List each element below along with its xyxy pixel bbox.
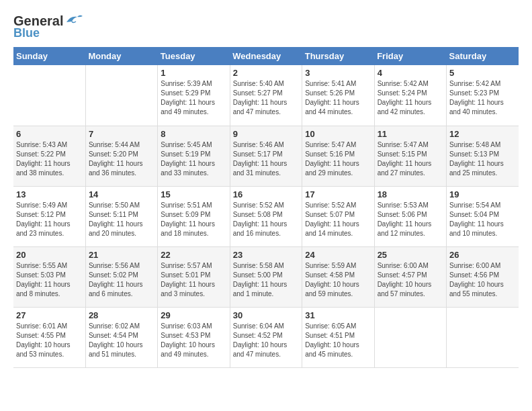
day-number: 13 bbox=[16, 189, 83, 199]
day-info: Sunrise: 6:04 AM Sunset: 4:52 PM Dayligh… bbox=[233, 322, 299, 359]
day-number: 7 bbox=[89, 129, 154, 139]
day-number: 5 bbox=[449, 68, 516, 78]
day-number: 24 bbox=[305, 250, 371, 260]
calendar-day: 7Sunrise: 5:44 AM Sunset: 5:20 PM Daylig… bbox=[85, 126, 157, 186]
day-info: Sunrise: 5:48 AM Sunset: 5:13 PM Dayligh… bbox=[449, 140, 516, 178]
day-info: Sunrise: 5:52 AM Sunset: 5:08 PM Dayligh… bbox=[233, 201, 299, 238]
calendar-day: 2Sunrise: 5:40 AM Sunset: 5:27 PM Daylig… bbox=[230, 65, 302, 126]
calendar-day: 18Sunrise: 5:53 AM Sunset: 5:06 PM Dayli… bbox=[374, 186, 446, 246]
day-number: 27 bbox=[16, 310, 83, 320]
calendar-day: 3Sunrise: 5:41 AM Sunset: 5:26 PM Daylig… bbox=[302, 65, 374, 126]
calendar-day: 17Sunrise: 5:52 AM Sunset: 5:07 PM Dayli… bbox=[302, 186, 374, 246]
day-info: Sunrise: 5:43 AM Sunset: 5:22 PM Dayligh… bbox=[16, 140, 83, 178]
day-number: 22 bbox=[161, 250, 226, 260]
column-header-friday: Friday bbox=[374, 47, 446, 65]
day-info: Sunrise: 5:53 AM Sunset: 5:06 PM Dayligh… bbox=[378, 201, 443, 238]
day-number: 25 bbox=[378, 250, 443, 260]
week-row: 20Sunrise: 5:55 AM Sunset: 5:03 PM Dayli… bbox=[13, 246, 519, 307]
calendar-day: 30Sunrise: 6:04 AM Sunset: 4:52 PM Dayli… bbox=[230, 307, 302, 367]
day-number: 21 bbox=[89, 250, 154, 260]
day-number: 15 bbox=[161, 189, 226, 199]
calendar-day: 23Sunrise: 5:58 AM Sunset: 5:00 PM Dayli… bbox=[230, 246, 302, 307]
calendar-day: 9Sunrise: 5:46 AM Sunset: 5:17 PM Daylig… bbox=[230, 126, 302, 186]
day-number: 11 bbox=[378, 129, 443, 139]
column-header-monday: Monday bbox=[85, 47, 157, 65]
day-info: Sunrise: 5:50 AM Sunset: 5:11 PM Dayligh… bbox=[89, 201, 154, 238]
day-info: Sunrise: 5:59 AM Sunset: 4:58 PM Dayligh… bbox=[305, 261, 371, 299]
calendar-day: 14Sunrise: 5:50 AM Sunset: 5:11 PM Dayli… bbox=[85, 186, 157, 246]
day-info: Sunrise: 5:47 AM Sunset: 5:15 PM Dayligh… bbox=[378, 140, 443, 178]
day-number: 9 bbox=[233, 129, 299, 139]
column-header-wednesday: Wednesday bbox=[230, 47, 302, 65]
day-number: 20 bbox=[16, 250, 83, 260]
day-number: 23 bbox=[233, 250, 299, 260]
day-number: 14 bbox=[89, 189, 154, 199]
day-number: 1 bbox=[161, 68, 226, 78]
calendar-day: 6Sunrise: 5:43 AM Sunset: 5:22 PM Daylig… bbox=[13, 126, 85, 186]
week-row: 6Sunrise: 5:43 AM Sunset: 5:22 PM Daylig… bbox=[13, 126, 519, 186]
day-number: 4 bbox=[378, 68, 443, 78]
calendar-day: 22Sunrise: 5:57 AM Sunset: 5:01 PM Dayli… bbox=[158, 246, 230, 307]
week-row: 13Sunrise: 5:49 AM Sunset: 5:12 PM Dayli… bbox=[13, 186, 519, 246]
calendar-day bbox=[447, 307, 519, 367]
calendar-header: SundayMondayTuesdayWednesdayThursdayFrid… bbox=[13, 47, 519, 65]
calendar-day: 26Sunrise: 6:00 AM Sunset: 4:56 PM Dayli… bbox=[447, 246, 519, 307]
day-info: Sunrise: 5:49 AM Sunset: 5:12 PM Dayligh… bbox=[16, 201, 83, 238]
day-number: 26 bbox=[449, 250, 516, 260]
calendar-body: 1Sunrise: 5:39 AM Sunset: 5:29 PM Daylig… bbox=[13, 65, 519, 367]
day-number: 29 bbox=[161, 310, 226, 320]
logo: General Blue bbox=[13, 13, 83, 40]
calendar-day: 8Sunrise: 5:45 AM Sunset: 5:19 PM Daylig… bbox=[158, 126, 230, 186]
calendar-day: 5Sunrise: 5:42 AM Sunset: 5:23 PM Daylig… bbox=[447, 65, 519, 126]
calendar-day: 4Sunrise: 5:42 AM Sunset: 5:24 PM Daylig… bbox=[374, 65, 446, 126]
calendar-day: 25Sunrise: 6:00 AM Sunset: 4:57 PM Dayli… bbox=[374, 246, 446, 307]
day-number: 8 bbox=[161, 129, 226, 139]
day-info: Sunrise: 6:05 AM Sunset: 4:51 PM Dayligh… bbox=[305, 322, 371, 359]
calendar-day bbox=[85, 65, 157, 126]
day-number: 17 bbox=[305, 189, 371, 199]
day-info: Sunrise: 5:54 AM Sunset: 5:04 PM Dayligh… bbox=[449, 201, 516, 238]
day-info: Sunrise: 5:55 AM Sunset: 5:03 PM Dayligh… bbox=[16, 261, 83, 299]
day-number: 3 bbox=[305, 68, 371, 78]
day-number: 2 bbox=[233, 68, 299, 78]
day-info: Sunrise: 5:46 AM Sunset: 5:17 PM Dayligh… bbox=[233, 140, 299, 178]
day-info: Sunrise: 6:03 AM Sunset: 4:53 PM Dayligh… bbox=[161, 322, 226, 359]
calendar-day: 27Sunrise: 6:01 AM Sunset: 4:55 PM Dayli… bbox=[13, 307, 85, 367]
day-number: 28 bbox=[89, 310, 154, 320]
calendar-day: 19Sunrise: 5:54 AM Sunset: 5:04 PM Dayli… bbox=[447, 186, 519, 246]
day-info: Sunrise: 5:52 AM Sunset: 5:07 PM Dayligh… bbox=[305, 201, 371, 238]
day-number: 10 bbox=[305, 129, 371, 139]
calendar-day: 10Sunrise: 5:47 AM Sunset: 5:16 PM Dayli… bbox=[302, 126, 374, 186]
calendar-day: 12Sunrise: 5:48 AM Sunset: 5:13 PM Dayli… bbox=[447, 126, 519, 186]
day-info: Sunrise: 5:42 AM Sunset: 5:24 PM Dayligh… bbox=[378, 79, 443, 117]
day-info: Sunrise: 5:41 AM Sunset: 5:26 PM Dayligh… bbox=[305, 79, 371, 117]
day-number: 12 bbox=[449, 129, 516, 139]
day-info: Sunrise: 6:01 AM Sunset: 4:55 PM Dayligh… bbox=[16, 322, 83, 359]
logo-blue-text: Blue bbox=[13, 26, 40, 40]
day-number: 30 bbox=[233, 310, 299, 320]
day-info: Sunrise: 6:00 AM Sunset: 4:57 PM Dayligh… bbox=[378, 261, 443, 299]
week-row: 1Sunrise: 5:39 AM Sunset: 5:29 PM Daylig… bbox=[13, 65, 519, 126]
day-number: 31 bbox=[305, 310, 371, 320]
calendar-day bbox=[13, 65, 85, 126]
day-number: 6 bbox=[16, 129, 83, 139]
day-info: Sunrise: 5:45 AM Sunset: 5:19 PM Dayligh… bbox=[161, 140, 226, 178]
calendar-day: 11Sunrise: 5:47 AM Sunset: 5:15 PM Dayli… bbox=[374, 126, 446, 186]
calendar-day: 28Sunrise: 6:02 AM Sunset: 4:54 PM Dayli… bbox=[85, 307, 157, 367]
column-header-thursday: Thursday bbox=[302, 47, 374, 65]
column-header-sunday: Sunday bbox=[13, 47, 85, 65]
week-row: 27Sunrise: 6:01 AM Sunset: 4:55 PM Dayli… bbox=[13, 307, 519, 367]
day-info: Sunrise: 5:58 AM Sunset: 5:00 PM Dayligh… bbox=[233, 261, 299, 299]
calendar-day: 31Sunrise: 6:05 AM Sunset: 4:51 PM Dayli… bbox=[302, 307, 374, 367]
calendar-day: 24Sunrise: 5:59 AM Sunset: 4:58 PM Dayli… bbox=[302, 246, 374, 307]
day-info: Sunrise: 5:39 AM Sunset: 5:29 PM Dayligh… bbox=[161, 79, 226, 117]
calendar-table: SundayMondayTuesdayWednesdayThursdayFrid… bbox=[13, 47, 519, 368]
day-info: Sunrise: 5:40 AM Sunset: 5:27 PM Dayligh… bbox=[233, 79, 299, 117]
day-info: Sunrise: 5:51 AM Sunset: 5:09 PM Dayligh… bbox=[161, 201, 226, 238]
day-number: 19 bbox=[449, 189, 516, 199]
day-info: Sunrise: 5:47 AM Sunset: 5:16 PM Dayligh… bbox=[305, 140, 371, 178]
day-info: Sunrise: 6:02 AM Sunset: 4:54 PM Dayligh… bbox=[89, 322, 154, 359]
day-info: Sunrise: 5:44 AM Sunset: 5:20 PM Dayligh… bbox=[89, 140, 154, 178]
column-header-tuesday: Tuesday bbox=[158, 47, 230, 65]
day-number: 16 bbox=[233, 189, 299, 199]
